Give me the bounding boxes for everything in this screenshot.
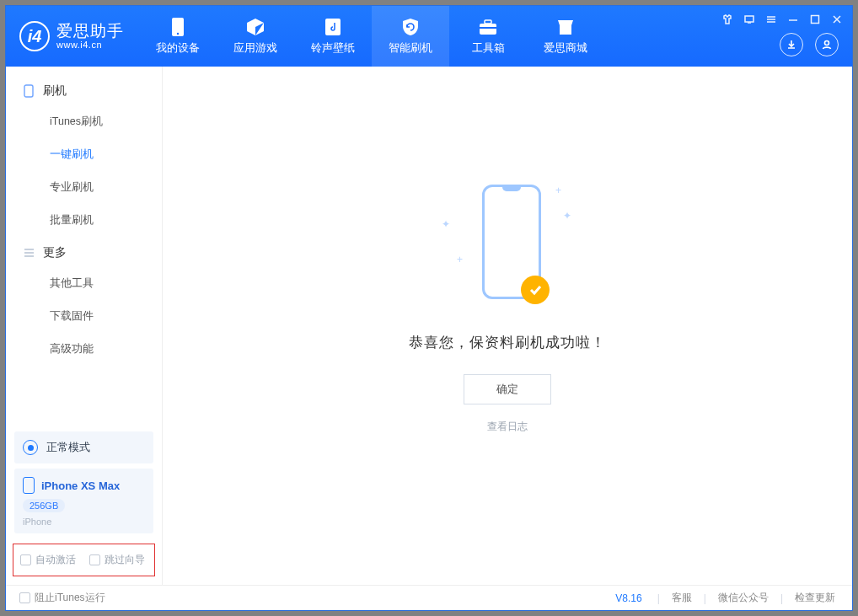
shirt-icon[interactable] <box>721 13 734 26</box>
download-button[interactable] <box>780 33 803 56</box>
footer-link-check-update[interactable]: 检查更新 <box>791 591 839 605</box>
device-mode-card[interactable]: 正常模式 <box>14 431 153 463</box>
success-illustration: ✦ + ✦ + <box>457 185 558 311</box>
nav-label: 我的设备 <box>156 41 200 56</box>
nav-label: 应用游戏 <box>233 41 277 56</box>
footer-link-wechat[interactable]: 微信公众号 <box>715 591 772 605</box>
mode-label: 正常模式 <box>46 441 90 455</box>
checkbox-label: 自动激活 <box>35 553 76 567</box>
nav-label: 爱思商城 <box>544 41 587 56</box>
svg-rect-10 <box>24 85 33 97</box>
status-bar: 阻止iTunes运行 V8.16 | 客服 | 微信公众号 | 检查更新 <box>6 585 852 610</box>
top-nav: 我的设备 应用游戏 铃声壁纸 智能刷机 工具箱 爱思商城 <box>139 6 604 67</box>
device-small-icon <box>23 85 35 97</box>
sidebar-item-itunes-flash[interactable]: iTunes刷机 <box>6 105 162 138</box>
auto-activate-checkbox[interactable]: 自动激活 <box>20 553 76 567</box>
storage-badge: 256GB <box>23 499 65 512</box>
checkbox-label: 阻止iTunes运行 <box>35 591 105 605</box>
checkbox-icon <box>19 592 30 603</box>
mode-indicator-icon <box>23 440 38 455</box>
nav-my-device[interactable]: 我的设备 <box>139 6 217 67</box>
sidebar-item-other-tools[interactable]: 其他工具 <box>6 267 162 300</box>
svg-point-7 <box>825 41 829 46</box>
block-itunes-checkbox[interactable]: 阻止iTunes运行 <box>19 591 105 605</box>
svg-rect-8 <box>745 16 753 22</box>
app-window: i4 爱思助手 www.i4.cn 我的设备 应用游戏 铃声壁纸 智能刷机 <box>5 5 853 611</box>
svg-point-1 <box>177 33 179 35</box>
sidebar-group-flash: 刷机 <box>6 75 162 105</box>
shop-icon <box>555 17 576 37</box>
device-type: iPhone <box>23 517 145 527</box>
minimize-button[interactable] <box>786 13 800 26</box>
group-label: 更多 <box>43 245 67 260</box>
success-message: 恭喜您，保资料刷机成功啦！ <box>409 333 606 352</box>
nav-ringtones-wallpapers[interactable]: 铃声壁纸 <box>294 6 372 67</box>
sidebar-item-oneclick-flash[interactable]: 一键刷机 <box>6 138 162 171</box>
checkbox-icon <box>20 554 31 565</box>
sidebar-item-pro-flash[interactable]: 专业刷机 <box>6 171 162 204</box>
svg-rect-3 <box>480 24 496 35</box>
sidebar-item-download-firmware[interactable]: 下载固件 <box>6 300 162 333</box>
header-actions <box>780 33 839 56</box>
checkbox-label: 跳过向导 <box>105 553 145 567</box>
nav-label: 智能刷机 <box>389 41 432 56</box>
refresh-shield-icon <box>400 17 421 37</box>
svg-rect-6 <box>560 25 571 35</box>
sparkle-icon: + <box>555 185 561 196</box>
phone-small-icon <box>23 477 35 494</box>
title-bar: i4 爱思助手 www.i4.cn 我的设备 应用游戏 铃声壁纸 智能刷机 <box>6 6 852 67</box>
svg-rect-4 <box>485 20 491 24</box>
maximize-button[interactable] <box>808 13 822 26</box>
sidebar: 刷机 iTunes刷机 一键刷机 专业刷机 批量刷机 更多 其他工具 下载固件 … <box>6 67 163 585</box>
group-label: 刷机 <box>43 83 67 99</box>
app-name: 爱思助手 <box>56 23 124 40</box>
svg-rect-5 <box>480 27 496 29</box>
sidebar-item-batch-flash[interactable]: 批量刷机 <box>6 204 162 237</box>
sparkle-icon: ✦ <box>563 210 571 222</box>
phone-icon <box>168 17 188 37</box>
ok-button[interactable]: 确定 <box>464 374 551 404</box>
nav-apps-games[interactable]: 应用游戏 <box>217 6 294 67</box>
highlighted-options: 自动激活 跳过向导 <box>13 544 155 576</box>
close-button[interactable] <box>830 13 844 26</box>
account-button[interactable] <box>815 33 839 56</box>
sidebar-group-more: 更多 <box>6 237 162 267</box>
footer-link-support[interactable]: 客服 <box>668 591 695 605</box>
nav-smart-flash[interactable]: 智能刷机 <box>372 6 449 67</box>
main-content: ✦ + ✦ + 恭喜您，保资料刷机成功啦！ 确定 查看日志 <box>163 67 852 585</box>
checkbox-icon <box>89 554 100 565</box>
music-file-icon <box>323 17 343 37</box>
toolbox-icon <box>478 17 498 37</box>
nav-toolbox[interactable]: 工具箱 <box>449 6 527 67</box>
sparkle-icon: + <box>457 254 463 265</box>
device-panel: 正常模式 iPhone XS Max 256GB iPhone <box>6 423 162 538</box>
cube-icon <box>245 17 265 37</box>
device-card[interactable]: iPhone XS Max 256GB iPhone <box>14 469 153 533</box>
logo: i4 爱思助手 www.i4.cn <box>6 6 139 67</box>
body: 刷机 iTunes刷机 一键刷机 专业刷机 批量刷机 更多 其他工具 下载固件 … <box>6 67 852 585</box>
nav-shop[interactable]: 爱思商城 <box>527 6 604 67</box>
sparkle-icon: ✦ <box>442 218 450 230</box>
svg-rect-9 <box>812 16 819 24</box>
skip-guide-checkbox[interactable]: 跳过向导 <box>89 553 145 567</box>
list-small-icon <box>23 247 35 259</box>
app-domain: www.i4.cn <box>56 40 124 50</box>
device-name: iPhone XS Max <box>41 479 120 492</box>
sidebar-item-advanced[interactable]: 高级功能 <box>6 333 162 366</box>
window-controls <box>721 13 844 26</box>
logo-icon: i4 <box>19 21 50 51</box>
menu-icon[interactable] <box>764 13 778 26</box>
nav-label: 铃声壁纸 <box>311 41 355 56</box>
view-log-link[interactable]: 查看日志 <box>487 420 528 434</box>
nav-label: 工具箱 <box>472 41 505 56</box>
dropdown-icon[interactable] <box>743 13 756 26</box>
version-label: V8.16 <box>615 592 641 604</box>
check-badge-icon <box>521 276 550 304</box>
